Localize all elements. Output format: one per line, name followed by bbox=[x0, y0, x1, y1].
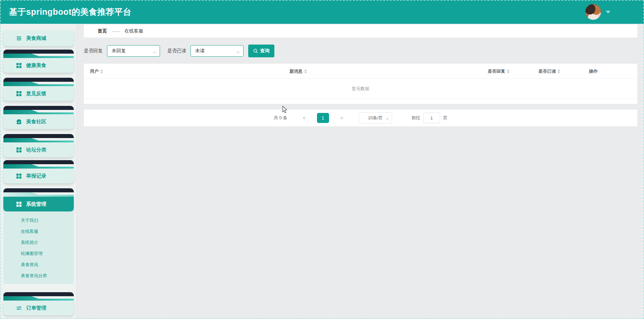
submenu-item-about-us[interactable]: 关于我们 bbox=[21, 215, 44, 226]
sidebar: 美食商城 健康美食 意见反馈 bbox=[0, 24, 76, 319]
messages-table: 用户 新消息 是否回复 是否已读 操作 暂无 bbox=[84, 64, 637, 104]
breadcrumb-home-link[interactable]: 首页 bbox=[98, 28, 107, 34]
reply-filter-label: 是否回复 bbox=[84, 48, 103, 54]
sidebar-item-report-records[interactable]: 举报记录 bbox=[3, 160, 74, 183]
column-header-actions: 操作 bbox=[589, 64, 598, 79]
avatar[interactable] bbox=[585, 4, 601, 20]
page-size-value: 10条/页 bbox=[368, 115, 383, 121]
search-button-label: 查询 bbox=[260, 48, 270, 54]
card-ribbon bbox=[3, 54, 74, 58]
chevron-down-icon bbox=[386, 117, 389, 122]
submenu-item-food-news-category[interactable]: 美食资讯分类 bbox=[21, 270, 74, 281]
breadcrumb: 首页 —— 在线客服 bbox=[84, 24, 637, 38]
sidebar-item-label: 举报记录 bbox=[26, 173, 46, 179]
column-header-read[interactable]: 是否已读 bbox=[538, 64, 560, 79]
card-top-strip bbox=[3, 106, 74, 110]
submenu-item-food-news[interactable]: 美食资讯 bbox=[21, 259, 74, 270]
goto-page-input[interactable] bbox=[423, 113, 440, 123]
sidebar-item-label: 订单管理 bbox=[26, 305, 46, 311]
sort-caret-icon[interactable] bbox=[507, 68, 509, 75]
chevron-down-icon bbox=[153, 50, 156, 53]
sidebar-item-system-management[interactable]: 系统管理 bbox=[3, 188, 74, 211]
table-empty-placeholder: 暂无数据 bbox=[84, 79, 637, 99]
card-ribbon bbox=[3, 164, 74, 169]
read-filter-label: 是否已读 bbox=[167, 48, 186, 54]
pagination-page-1-button[interactable]: 1 bbox=[317, 113, 329, 123]
sidebar-item-label: 美食商城 bbox=[26, 35, 46, 42]
grid-icon bbox=[16, 147, 22, 153]
app-title: 基于springboot的美食推荐平台 bbox=[9, 6, 131, 17]
card-ribbon bbox=[3, 296, 74, 301]
clipboard-check-icon bbox=[16, 119, 22, 125]
card-top-strip bbox=[3, 134, 74, 138]
search-icon bbox=[253, 49, 258, 53]
breadcrumb-current: 在线客服 bbox=[124, 28, 143, 34]
card-ribbon bbox=[3, 110, 74, 114]
sidebar-item-label: 系统管理 bbox=[26, 201, 46, 207]
sidebar-item-label: 美食社区 bbox=[26, 119, 46, 125]
sidebar-item-forum-category[interactable]: 论坛分类 bbox=[3, 134, 74, 157]
card-ribbon bbox=[3, 82, 74, 86]
submenu-item-system-intro[interactable]: 系统简介 bbox=[21, 237, 74, 248]
read-filter-value: 未读 bbox=[195, 48, 205, 54]
sidebar-item-label: 论坛分类 bbox=[26, 147, 46, 153]
card-ribbon bbox=[3, 138, 74, 142]
app-header: 基于springboot的美食推荐平台 bbox=[0, 0, 644, 24]
column-header-replied[interactable]: 是否回复 bbox=[488, 64, 509, 79]
grid-icon bbox=[16, 91, 22, 97]
sliders-icon bbox=[16, 305, 22, 311]
column-header-new-message[interactable]: 新消息 bbox=[289, 64, 307, 79]
table-header-row: 用户 新消息 是否回复 是否已读 操作 bbox=[84, 64, 637, 79]
sidebar-item-food-community[interactable]: 美食社区 bbox=[3, 106, 74, 129]
submenu-item-online-service[interactable]: 在线客服 bbox=[21, 226, 69, 237]
card-top-strip bbox=[3, 50, 74, 54]
reply-filter-select[interactable]: 未回复 bbox=[107, 45, 160, 57]
submenu-item-carousel-management[interactable]: 轮播图管理 bbox=[21, 248, 74, 259]
main-content: 首页 —— 在线客服 是否回复 未回复 是否已读 未读 查询 bbox=[76, 24, 644, 319]
pagination: 共 0 条 < 1 > 10条/页 前往 页 bbox=[84, 110, 637, 126]
goto-page-label: 前往 bbox=[412, 115, 420, 121]
card-ribbon bbox=[3, 192, 74, 197]
goto-page-suffix: 页 bbox=[443, 115, 447, 121]
sort-caret-icon[interactable] bbox=[304, 68, 307, 75]
grid-icon bbox=[16, 173, 22, 179]
pagination-total: 共 0 条 bbox=[274, 115, 287, 121]
card-top-strip bbox=[3, 160, 74, 164]
sidebar-item-feedback[interactable]: 意见反馈 bbox=[3, 78, 74, 101]
chevron-down-icon bbox=[236, 50, 240, 53]
sidebar-item-label: 健康美食 bbox=[26, 62, 46, 69]
sort-caret-icon[interactable] bbox=[100, 68, 103, 75]
card-top-strip bbox=[3, 292, 74, 296]
sidebar-item-order-management[interactable]: 订单管理 bbox=[3, 292, 74, 315]
grid-icon bbox=[16, 201, 22, 207]
sort-caret-icon[interactable] bbox=[557, 68, 560, 75]
filter-row: 是否回复 未回复 是否已读 未读 查询 bbox=[84, 45, 637, 57]
search-button[interactable]: 查询 bbox=[248, 45, 274, 57]
reply-filter-value: 未回复 bbox=[112, 48, 126, 54]
user-menu[interactable] bbox=[585, 0, 610, 24]
pagination-prev-button[interactable]: < bbox=[303, 115, 306, 121]
sidebar-item-healthy-food[interactable]: 健康美食 bbox=[3, 50, 74, 73]
sidebar-item-label: 意见反馈 bbox=[26, 90, 46, 97]
column-header-user[interactable]: 用户 bbox=[90, 64, 103, 79]
card-top-strip bbox=[3, 188, 74, 192]
card-top-strip bbox=[3, 78, 74, 82]
sliders-icon bbox=[16, 36, 22, 41]
system-management-submenu: 关于我们 在线客服 系统简介 轮播图管理 美食资讯 美食资讯分类 bbox=[3, 212, 74, 284]
breadcrumb-separator: —— bbox=[112, 28, 120, 34]
caret-down-icon[interactable] bbox=[606, 11, 610, 13]
online-service-admin-page: 基于springboot的美食推荐平台 美食商城 健康美食 bbox=[0, 0, 644, 319]
sidebar-item-food-mall[interactable]: 美食商城 bbox=[3, 30, 74, 46]
read-filter-select[interactable]: 未读 bbox=[191, 45, 244, 57]
page-size-select[interactable]: 10条/页 bbox=[359, 112, 392, 124]
grid-icon bbox=[16, 63, 22, 68]
pagination-next-button[interactable]: > bbox=[340, 115, 343, 121]
